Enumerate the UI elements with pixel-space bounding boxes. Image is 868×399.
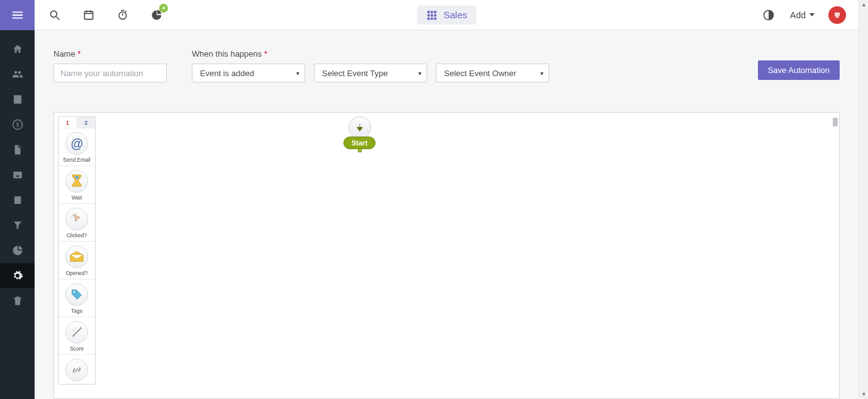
sidebar-item-contacts[interactable] xyxy=(0,62,35,87)
svg-point-2 xyxy=(50,11,57,17)
sidebar-item-trash[interactable] xyxy=(0,288,35,313)
palette-item-label: Opened? xyxy=(66,270,88,276)
tag-icon xyxy=(65,283,88,306)
inbox-icon xyxy=(12,169,23,181)
cursor-click-icon xyxy=(65,208,88,230)
save-automation-button[interactable]: Save Automation xyxy=(758,60,840,80)
main-content: Name * When this happens * Event is adde… xyxy=(35,30,859,399)
automation-header-form: Name * When this happens * Event is adde… xyxy=(35,30,859,89)
contacts-icon xyxy=(12,69,23,80)
module-switcher[interactable]: Sales xyxy=(417,6,476,25)
event-owner-select[interactable]: Select Event Owner xyxy=(436,64,549,82)
at-icon: @ xyxy=(65,132,88,155)
palette-item-label: Tags xyxy=(71,308,82,314)
sidebar-item-tasks[interactable] xyxy=(0,162,35,188)
contrast-icon xyxy=(762,9,775,21)
palette-tab-2[interactable]: 2 xyxy=(77,117,96,128)
required-mark: * xyxy=(264,49,267,59)
search-icon xyxy=(48,9,61,21)
palette-item-tags[interactable]: Tags xyxy=(58,279,95,317)
search-button[interactable] xyxy=(47,8,62,23)
scroll-down-arrow[interactable]: ▼ xyxy=(859,390,868,399)
sidebar-item-deals[interactable]: $ xyxy=(0,112,35,137)
palette-item-score[interactable]: Score xyxy=(58,317,95,355)
palette-tab-1[interactable]: 1 xyxy=(58,117,77,128)
funnel-icon xyxy=(12,220,23,231)
gear-icon xyxy=(12,270,23,281)
svg-line-21 xyxy=(72,328,81,336)
sidebar-item-calendar[interactable] xyxy=(0,188,35,213)
page-scrollbar[interactable]: ▲ ▼ xyxy=(859,0,868,399)
timer-button[interactable] xyxy=(115,8,130,23)
workflow-start-node[interactable]: Start xyxy=(343,116,376,152)
svg-point-24 xyxy=(75,328,77,329)
svg-point-14 xyxy=(835,13,837,14)
caret-down-icon xyxy=(810,13,815,16)
wand-icon xyxy=(65,321,88,344)
palette-item-label: Clicked? xyxy=(67,232,87,239)
down-arrow-icon xyxy=(354,122,365,133)
svg-rect-16 xyxy=(835,16,838,18)
workflow-builder-canvas[interactable]: 1 2 @ Send Email Wait Clicked? xyxy=(53,112,840,399)
avatar-icon xyxy=(832,10,842,20)
name-label: Name * xyxy=(53,49,167,59)
theme-button[interactable] xyxy=(761,8,776,23)
stopwatch-icon xyxy=(116,9,129,21)
palette-item-wait[interactable]: Wait xyxy=(58,166,95,204)
svg-line-11 xyxy=(125,11,126,12)
menu-toggle-button[interactable] xyxy=(0,0,35,30)
dollar-icon: $ xyxy=(12,119,23,130)
svg-point-23 xyxy=(73,330,74,331)
reports-button[interactable]: 4 xyxy=(149,8,164,23)
event-owner-placeholder: Select Event Owner xyxy=(444,69,516,78)
sidebar-item-home[interactable] xyxy=(0,37,35,62)
event-type-placeholder: Select Event Type xyxy=(322,69,388,78)
trigger-field-group: When this happens * Event is added Selec… xyxy=(192,49,549,82)
hamburger-icon xyxy=(11,8,25,22)
name-label-text: Name xyxy=(53,49,75,59)
top-bar: 4 Sales Add xyxy=(35,0,859,30)
action-palette: 1 2 @ Send Email Wait Clicked? xyxy=(58,116,96,385)
canvas-scrollbar-thumb[interactable] xyxy=(833,118,838,126)
chain-icon xyxy=(65,359,88,381)
automation-name-input[interactable] xyxy=(53,64,167,82)
scroll-up-arrow[interactable]: ▲ xyxy=(859,0,868,9)
palette-item-clicked[interactable]: Clicked? xyxy=(58,204,95,242)
required-mark: * xyxy=(77,49,81,59)
start-node-connector[interactable] xyxy=(358,149,362,152)
calendar-button[interactable] xyxy=(81,8,96,23)
calendar-small-icon xyxy=(82,9,95,21)
svg-text:$: $ xyxy=(16,121,19,128)
calendar-icon xyxy=(12,194,23,206)
sidebar-item-pipeline[interactable] xyxy=(0,213,35,238)
apps-icon xyxy=(426,9,437,21)
start-node-label: Start xyxy=(343,137,376,149)
sidebar-item-companies[interactable] xyxy=(0,87,35,112)
sidebar-item-documents[interactable] xyxy=(0,137,35,162)
open-envelope-icon xyxy=(65,245,88,268)
palette-item-opened[interactable]: Opened? xyxy=(58,242,95,279)
trigger-event-value: Event is added xyxy=(200,69,254,78)
palette-item-label: Score xyxy=(70,346,84,352)
svg-line-17 xyxy=(72,215,74,216)
svg-line-3 xyxy=(57,16,60,20)
trigger-label-text: When this happens xyxy=(192,49,262,59)
sidebar-item-automations[interactable] xyxy=(0,263,35,288)
add-menu-button[interactable]: Add xyxy=(790,10,815,20)
name-field-group: Name * xyxy=(53,49,167,82)
hourglass-icon xyxy=(65,170,88,193)
start-node-icon xyxy=(348,116,371,139)
user-avatar-button[interactable] xyxy=(828,6,846,24)
add-label: Add xyxy=(790,10,806,20)
trigger-event-select[interactable]: Event is added xyxy=(192,64,305,82)
svg-rect-13 xyxy=(835,13,840,16)
document-icon xyxy=(12,144,23,155)
palette-item-link[interactable] xyxy=(58,355,95,384)
palette-item-send-email[interactable]: @ Send Email xyxy=(58,128,95,166)
event-type-select[interactable]: Select Event Type xyxy=(314,64,427,82)
sidebar-item-analytics[interactable] xyxy=(0,238,35,263)
svg-point-20 xyxy=(74,291,75,293)
trigger-label: When this happens * xyxy=(192,49,549,59)
reports-badge: 4 xyxy=(159,4,168,13)
module-name: Sales xyxy=(443,9,467,20)
